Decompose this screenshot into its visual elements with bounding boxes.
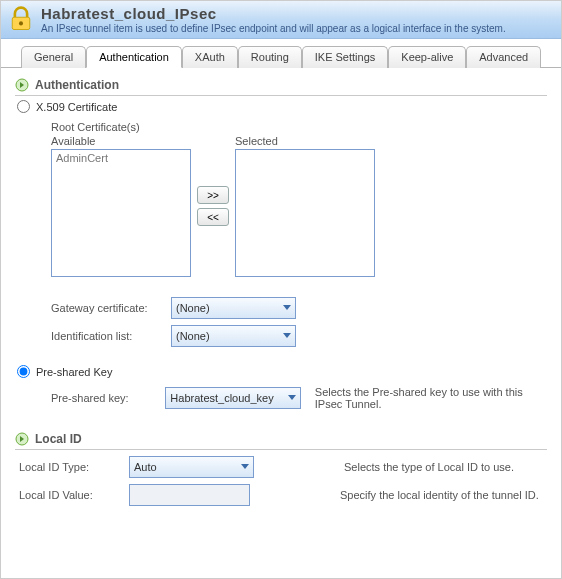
lock-icon [7, 5, 35, 33]
tab-authentication[interactable]: Authentication [86, 46, 182, 68]
tab-ike-settings[interactable]: IKE Settings [302, 46, 389, 68]
psk-radio[interactable] [17, 365, 30, 378]
psk-select[interactable]: Habratest_cloud_key [165, 387, 300, 409]
tab-keep-alive[interactable]: Keep-alive [388, 46, 466, 68]
selected-label: Selected [235, 135, 375, 147]
authentication-section-title: Authentication [35, 78, 119, 92]
localid-type-helper: Selects the type of Local ID to use. [344, 461, 514, 473]
ident-list-select[interactable]: (None) [171, 325, 296, 347]
psk-helper-text: Selects the Pre-shared key to use with t… [315, 386, 547, 410]
remove-cert-button[interactable]: << [197, 208, 229, 226]
tab-routing[interactable]: Routing [238, 46, 302, 68]
localid-value-label: Local ID Value: [15, 489, 129, 501]
ident-list-label: Identification list: [51, 330, 171, 342]
localid-type-label: Local ID Type: [15, 461, 129, 473]
list-item[interactable]: AdminCert [56, 152, 186, 164]
gateway-cert-select[interactable]: (None) [171, 297, 296, 319]
add-cert-button[interactable]: >> [197, 186, 229, 204]
psk-radio-label: Pre-shared Key [36, 366, 112, 378]
arrow-right-icon [15, 78, 29, 92]
authentication-section-header: Authentication [15, 78, 547, 96]
localid-type-select[interactable]: Auto [129, 456, 254, 478]
available-label: Available [51, 135, 191, 147]
page-subtitle: An IPsec tunnel item is used to define I… [41, 23, 506, 34]
tab-general[interactable]: General [21, 46, 86, 68]
tab-bar: General Authentication XAuth Routing IKE… [1, 45, 561, 68]
localid-value-helper: Specify the local identity of the tunnel… [340, 489, 539, 501]
ipsec-config-window: Habratest_cloud_IPsec An IPsec tunnel it… [0, 0, 562, 579]
svg-point-1 [19, 21, 23, 25]
tab-advanced[interactable]: Advanced [466, 46, 541, 68]
localid-section-header: Local ID [15, 432, 547, 450]
arrow-right-icon [15, 432, 29, 446]
x509-radio-label: X.509 Certificate [36, 101, 117, 113]
root-cert-label: Root Certificate(s) [51, 121, 547, 133]
psk-field-label: Pre-shared key: [51, 392, 151, 404]
page-title: Habratest_cloud_IPsec [41, 5, 506, 22]
localid-value-input[interactable] [129, 484, 250, 506]
tab-xauth[interactable]: XAuth [182, 46, 238, 68]
x509-radio[interactable] [17, 100, 30, 113]
localid-section-title: Local ID [35, 432, 82, 446]
gateway-cert-label: Gateway certificate: [51, 302, 171, 314]
window-header: Habratest_cloud_IPsec An IPsec tunnel it… [1, 1, 561, 39]
available-certs-list[interactable]: AdminCert [51, 149, 191, 277]
selected-certs-list[interactable] [235, 149, 375, 277]
